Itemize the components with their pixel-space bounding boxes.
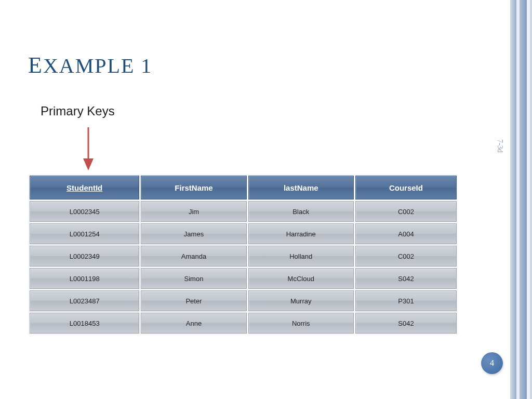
cell-lastname: Black [248,201,354,222]
primary-keys-label: Primary Keys [41,104,115,118]
cell-lastname: Murray [248,290,354,311]
table-row: L0001254 James Harradine A004 [30,223,457,244]
cell-studentid: L0001254 [30,223,139,244]
col-header-lastname: lastName [248,176,354,200]
title-cap: E [28,52,43,78]
cell-courseid: A004 [355,223,457,244]
cell-lastname: Harradine [248,223,354,244]
side-label: 7-3d [496,139,504,153]
title-rest: XAMPLE 1 [43,54,152,77]
slide: EXAMPLE 1 Primary Keys 7-3d 4 StudentId … [0,0,532,399]
cell-lastname: McCloud [248,268,354,289]
cell-lastname: Holland [248,246,354,267]
cell-firstname: Peter [141,290,246,311]
table-row: L0002345 Jim Black C002 [30,201,457,222]
cell-studentid: L0001198 [30,268,139,289]
col-header-studentid: StudentId [30,176,139,200]
cell-lastname: Norris [248,313,354,334]
cell-firstname: Amanda [141,246,246,267]
cell-courseid: C002 [355,246,457,267]
cell-studentid: L0023487 [30,290,139,311]
col-header-firstname: FirstName [141,176,246,200]
table-row: L0023487 Peter Murray P301 [30,290,457,311]
page-number: 4 [490,358,494,368]
deco-bar [510,0,516,399]
cell-courseid: P301 [355,290,457,311]
table-row: L0018453 Anne Norris S042 [30,313,457,334]
cell-firstname: James [141,223,246,244]
col-header-courseid: CourseId [355,176,457,200]
arrow-down-icon [81,125,96,171]
cell-courseid: S042 [355,268,457,289]
page-title: EXAMPLE 1 [28,52,152,78]
page-number-badge: 4 [481,352,503,374]
deco-bar [520,0,527,399]
cell-firstname: Simon [141,268,246,289]
cell-courseid: C002 [355,201,457,222]
cell-studentid: L0018453 [30,313,139,334]
right-decoration [510,0,532,399]
cell-studentid: L0002345 [30,201,139,222]
students-table-wrap: StudentId FirstName lastName CourseId L0… [28,174,458,335]
cell-studentid: L0002349 [30,246,139,267]
svg-marker-1 [83,158,94,170]
cell-firstname: Anne [141,313,246,334]
table-row: L0002349 Amanda Holland C002 [30,246,457,267]
cell-courseid: S042 [355,313,457,334]
deco-bar [530,0,532,399]
table-header-row: StudentId FirstName lastName CourseId [30,176,457,200]
students-table: StudentId FirstName lastName CourseId L0… [28,174,458,335]
table-row: L0001198 Simon McCloud S042 [30,268,457,289]
cell-firstname: Jim [141,201,246,222]
